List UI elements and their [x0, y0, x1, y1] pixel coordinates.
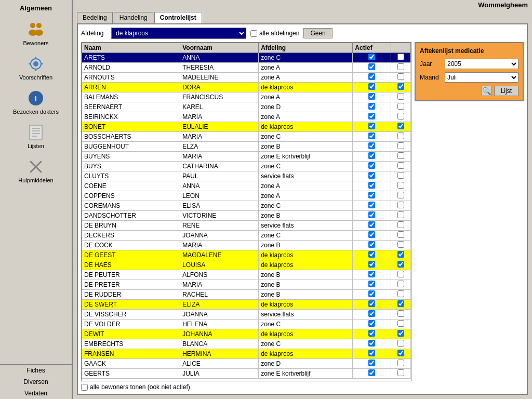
- table-row[interactable]: DE SWERTELIZAde klaproos: [82, 300, 411, 310]
- table-row[interactable]: DE GEESTMAGDALENEde klaproos: [82, 250, 411, 260]
- actief-checkbox[interactable]: [368, 231, 375, 238]
- table-row[interactable]: FRANSENHERMINAde klaproos: [82, 349, 411, 359]
- maand-select[interactable]: Januari Februari Maart April Mei Juni Ju…: [445, 72, 518, 83]
- actief-checkbox[interactable]: [368, 172, 375, 179]
- cell-actief[interactable]: [353, 53, 391, 63]
- cell-extra[interactable]: [391, 241, 410, 250]
- actief-checkbox[interactable]: [368, 261, 375, 268]
- cell-extra[interactable]: [391, 53, 410, 63]
- actief-checkbox[interactable]: [368, 281, 375, 287]
- extra-checkbox[interactable]: [397, 103, 404, 110]
- jaar-select[interactable]: 2003 2004 2005 2006: [445, 59, 518, 69]
- cell-actief[interactable]: [353, 339, 391, 349]
- cell-actief[interactable]: [353, 270, 391, 280]
- cell-extra[interactable]: [391, 83, 410, 92]
- actief-checkbox[interactable]: [368, 271, 375, 277]
- extra-checkbox[interactable]: [397, 340, 404, 347]
- cell-actief[interactable]: [353, 83, 391, 92]
- actief-checkbox[interactable]: [368, 221, 375, 228]
- extra-checkbox[interactable]: [397, 231, 404, 238]
- table-row[interactable]: GEERTSJULIAzone E kortverblijf: [82, 369, 411, 379]
- table-row[interactable]: DE PEUTERALFONSzone B: [82, 270, 411, 280]
- cell-extra[interactable]: [391, 201, 410, 211]
- cell-actief[interactable]: [353, 310, 391, 320]
- cell-actief[interactable]: [353, 92, 391, 102]
- sidebar-item-bewoners[interactable]: Bewoners: [5, 18, 67, 48]
- table-wrapper[interactable]: Naam Voornaam Afdeling Actief ARETSANNAz…: [81, 42, 411, 381]
- extra-checkbox[interactable]: [397, 162, 404, 169]
- extra-checkbox[interactable]: [397, 320, 404, 327]
- extra-checkbox[interactable]: [397, 360, 404, 366]
- table-row[interactable]: COENEANNAzone A: [82, 181, 411, 191]
- cell-actief[interactable]: [353, 359, 391, 369]
- actief-checkbox[interactable]: [368, 152, 375, 159]
- table-row[interactable]: BOSSCHAERTSMARIAzone C: [82, 132, 411, 142]
- actief-checkbox[interactable]: [368, 162, 375, 169]
- table-row[interactable]: DE HAESLOUISAde klaproos: [82, 260, 411, 270]
- cell-actief[interactable]: [353, 250, 391, 260]
- cell-extra[interactable]: [391, 290, 410, 300]
- cell-actief[interactable]: [353, 63, 391, 73]
- cell-actief[interactable]: [353, 171, 391, 181]
- table-row[interactable]: DE RUDDERRACHELzone B: [82, 290, 411, 300]
- extra-checkbox[interactable]: [397, 290, 404, 297]
- extra-checkbox[interactable]: [397, 192, 404, 198]
- sidebar-item-diversen[interactable]: Diversen: [0, 376, 72, 388]
- cell-actief[interactable]: [353, 369, 391, 379]
- cell-extra[interactable]: [391, 280, 410, 290]
- sidebar-item-voorschriften[interactable]: Voorschriften: [5, 52, 67, 83]
- cell-extra[interactable]: [391, 349, 410, 359]
- extra-checkbox[interactable]: [397, 369, 404, 376]
- actief-checkbox[interactable]: [368, 123, 375, 129]
- table-row[interactable]: GAACKALICEzone D: [82, 359, 411, 369]
- table-row[interactable]: COPPENSLEONzone A: [82, 191, 411, 201]
- table-row[interactable]: CLUYTSPAULservice flats: [82, 171, 411, 181]
- cell-extra[interactable]: [391, 359, 410, 369]
- table-row[interactable]: ARETSANNAzone C: [82, 53, 411, 63]
- cell-actief[interactable]: [353, 280, 391, 290]
- sidebar-item-lijsten[interactable]: Lijsten: [5, 121, 67, 151]
- cell-actief[interactable]: [353, 329, 391, 339]
- actief-checkbox[interactable]: [368, 360, 375, 366]
- sidebar-item-hulpmiddelen[interactable]: Hulpmiddelen: [5, 155, 67, 185]
- actief-checkbox[interactable]: [368, 290, 375, 297]
- cell-extra[interactable]: [391, 162, 410, 171]
- actief-checkbox[interactable]: [368, 340, 375, 347]
- table-row[interactable]: BEIRINCKXMARIAzone A: [82, 112, 411, 122]
- cell-extra[interactable]: [391, 250, 410, 260]
- geen-button[interactable]: Geen: [303, 28, 332, 38]
- cell-extra[interactable]: [391, 310, 410, 320]
- extra-checkbox[interactable]: [397, 300, 404, 307]
- cell-actief[interactable]: [353, 320, 391, 329]
- cell-actief[interactable]: [353, 260, 391, 270]
- actief-checkbox[interactable]: [368, 113, 375, 119]
- cell-actief[interactable]: [353, 112, 391, 122]
- extra-checkbox[interactable]: [397, 241, 404, 248]
- actief-checkbox[interactable]: [368, 182, 375, 189]
- afdeling-select[interactable]: de klaproos zone A zone B zone C zone D …: [111, 28, 246, 39]
- cell-extra[interactable]: [391, 320, 410, 329]
- table-row[interactable]: BALEMANSFRANCISCUSzone A: [82, 92, 411, 102]
- alle-afdelingen-checkbox-label[interactable]: alle afdelingen: [250, 30, 299, 37]
- table-row[interactable]: BUYENSMARIAzone E kortverblijf: [82, 152, 411, 162]
- table-row[interactable]: ARRENDORAde klaproos: [82, 83, 411, 92]
- table-row[interactable]: BUGGENHOUTELZAzone B: [82, 142, 411, 152]
- actief-checkbox[interactable]: [368, 251, 375, 258]
- actief-checkbox[interactable]: [368, 202, 375, 208]
- extra-checkbox[interactable]: [397, 251, 404, 258]
- actief-checkbox[interactable]: [368, 241, 375, 248]
- table-row[interactable]: DE COCKMARIAzone B: [82, 241, 411, 250]
- cell-actief[interactable]: [353, 300, 391, 310]
- table-row[interactable]: COREMANSELISAzone C: [82, 201, 411, 211]
- actief-checkbox[interactable]: [368, 93, 375, 100]
- table-row[interactable]: DE VISSCHERJOANNAservice flats: [82, 310, 411, 320]
- cell-actief[interactable]: [353, 201, 391, 211]
- cell-extra[interactable]: [391, 92, 410, 102]
- cell-extra[interactable]: [391, 369, 410, 379]
- extra-checkbox[interactable]: [397, 63, 404, 70]
- cell-extra[interactable]: [391, 181, 410, 191]
- actief-checkbox[interactable]: [368, 369, 375, 376]
- table-row[interactable]: ARNOUTSMADELEINEzone A: [82, 73, 411, 83]
- extra-checkbox[interactable]: [397, 310, 404, 317]
- lijst-icon[interactable]: 🔍: [482, 86, 492, 96]
